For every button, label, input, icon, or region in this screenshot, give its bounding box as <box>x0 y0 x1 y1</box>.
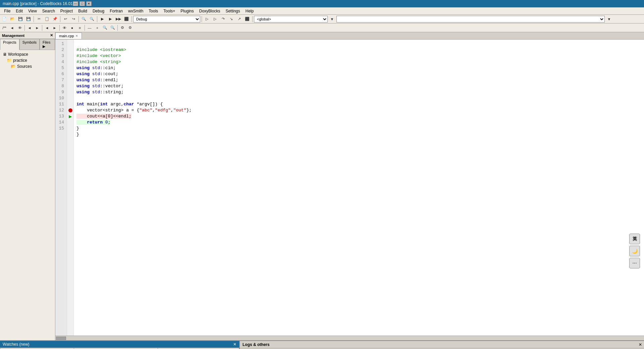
global-search-button[interactable]: ▼ <box>328 15 336 23</box>
bookmark-prev-btn[interactable]: ◄ <box>26 24 33 32</box>
watches-title-bar: Watches (new) ✕ <box>0 341 239 348</box>
sep-7 <box>252 16 253 22</box>
sep-6 <box>202 16 202 22</box>
global-dropdown[interactable]: <global> <box>254 16 328 22</box>
minimize-button[interactable]: — <box>73 1 78 6</box>
sep-12 <box>117 25 118 31</box>
menu-doxyblocks[interactable]: DoxyBlocks <box>197 8 223 14</box>
save-button[interactable]: 💾 <box>17 15 24 23</box>
menu-fortran[interactable]: Fortran <box>107 8 125 14</box>
sep-2 <box>60 16 60 22</box>
debug-target-dropdown[interactable]: Debug <box>133 16 200 22</box>
breakpoints-btn[interactable]: ● <box>68 24 76 32</box>
zoom-minus-btn[interactable]: — <box>86 24 93 32</box>
menu-debug[interactable]: Debug <box>90 8 107 14</box>
menu-tools[interactable]: Tools <box>146 8 161 14</box>
debug-step-button[interactable]: ↘ <box>227 15 235 23</box>
find-button[interactable]: 🔍 <box>80 15 88 23</box>
build-button[interactable]: ▶ <box>99 15 106 23</box>
panel-close-button[interactable]: ✕ <box>50 33 53 38</box>
view-btn[interactable]: 👁 <box>16 24 23 32</box>
col-value-header: Value <box>74 348 158 349</box>
run-script-btn[interactable]: ⚙ <box>119 24 126 32</box>
replace-button[interactable]: 🔍 <box>88 15 96 23</box>
copy-button[interactable]: 📋 <box>43 15 51 23</box>
window-controls: — □ ✕ <box>73 1 92 6</box>
tab-symbols[interactable]: Symbols <box>19 39 40 50</box>
debug-stop-button[interactable]: ⬛ <box>244 15 251 23</box>
menu-build[interactable]: Build <box>75 8 90 14</box>
workspace-icon: 🖥 <box>3 52 7 57</box>
watches-close-button[interactable]: ✕ <box>233 342 236 347</box>
workspace-label: Workspace <box>8 52 28 57</box>
tree-practice[interactable]: 📁 practice <box>1 57 54 63</box>
menu-settings[interactable]: Settings <box>223 8 243 14</box>
toolbar-1: 📄 📂 💾 💾 ✂ 📋 📌 ↩ ↪ 🔍 🔍 ▶ ▶ ▶▶ ⬛ Debug ▷ ▷… <box>0 15 644 23</box>
breakpoint-marker <box>67 107 73 113</box>
doc-btn[interactable]: /** <box>1 24 8 32</box>
menu-view[interactable]: View <box>25 8 40 14</box>
debug-step-out-button[interactable]: ↗ <box>235 15 243 23</box>
code-editor: 12345 678910 1112131415 ▶ <box>55 40 644 336</box>
cut-button[interactable]: ✂ <box>35 15 43 23</box>
close-button[interactable]: ✕ <box>86 1 92 6</box>
menu-toolsplus[interactable]: Tools+ <box>161 8 178 14</box>
stop-build-button[interactable]: ⬛ <box>123 15 130 23</box>
settings-btn[interactable]: ⚙ <box>126 24 134 32</box>
debug-start-button[interactable]: ▷ <box>203 15 211 23</box>
paste-button[interactable]: 📌 <box>51 15 59 23</box>
menu-plugins[interactable]: Plugins <box>178 8 196 14</box>
jump-back-btn[interactable]: ◄ <box>43 24 51 32</box>
tab-projects[interactable]: Projects <box>0 39 19 50</box>
callstack-btn[interactable]: ≡ <box>76 24 84 32</box>
logs-panel: Logs & others ✕ Cccc ✕ 🔨 Build log ✕ 🔨 B… <box>240 341 644 349</box>
chinese-icon[interactable]: 英 <box>629 234 640 244</box>
editor-tab-close[interactable]: ✕ <box>75 34 78 38</box>
project-label: practice <box>13 58 27 63</box>
tree-sources[interactable]: 📂 Sources <box>1 63 54 69</box>
undo-button[interactable]: ↩ <box>62 15 69 23</box>
left-panel: Management ✕ Projects Symbols Files ▶ 🖥 … <box>0 32 55 340</box>
tree-workspace[interactable]: 🖥 Workspace <box>1 51 54 57</box>
sep-11 <box>85 25 85 31</box>
sep-1 <box>34 16 34 22</box>
bookmark-next-btn[interactable]: ► <box>34 24 41 32</box>
bottom-section: Watches (new) ✕ Name Value ⊟ Function <box>0 340 644 349</box>
menu-help[interactable]: Help <box>243 8 257 14</box>
redo-button[interactable]: ↪ <box>70 15 77 23</box>
jump-forward-btn[interactable]: ► <box>51 24 58 32</box>
search-tb-btn[interactable]: 🔍 <box>101 24 109 32</box>
menu-project[interactable]: Project <box>58 8 75 14</box>
scope-go-button[interactable]: ▼ <box>605 15 613 23</box>
code-content[interactable]: #include <iostream> #include <vector> #i… <box>74 40 644 336</box>
menu-edit[interactable]: Edit <box>13 8 25 14</box>
doc-end-btn[interactable]: ◄ <box>8 24 16 32</box>
menu-file[interactable]: File <box>1 8 13 14</box>
build-run-button[interactable]: ▶▶ <box>115 15 122 23</box>
tab-files[interactable]: Files ▶ <box>40 39 55 50</box>
theme-icon[interactable]: 🌙 <box>629 246 640 256</box>
editor-tab-label: main.cpp <box>59 34 74 38</box>
logs-close-button[interactable]: ✕ <box>639 342 644 347</box>
folder-icon: 📂 <box>11 64 16 69</box>
watch-btn[interactable]: 👁 <box>61 24 68 32</box>
current-line-arrow: ▶ <box>67 113 73 119</box>
open-file-button[interactable]: 📂 <box>9 15 16 23</box>
debug-next-button[interactable]: ↷ <box>219 15 227 23</box>
scope-dropdown[interactable] <box>336 16 605 22</box>
menu-wxsmith[interactable]: wxSmith <box>125 8 146 14</box>
new-file-button[interactable]: 📄 <box>1 15 8 23</box>
zoom-plus-btn[interactable]: + <box>94 24 101 32</box>
sep-4 <box>97 16 97 22</box>
save-all-button[interactable]: 💾 <box>25 15 32 23</box>
panel-header-label: Management <box>2 34 24 38</box>
debug-continue-button[interactable]: ▷ <box>211 15 219 23</box>
horizontal-scrollbar[interactable] <box>55 336 644 340</box>
editor-tab-main-cpp[interactable]: main.cpp ✕ <box>55 33 82 39</box>
menu-search[interactable]: Search <box>40 8 58 14</box>
run-button[interactable]: ▶ <box>107 15 114 23</box>
restore-button[interactable]: □ <box>79 1 85 6</box>
menu-bar: File Edit View Search Project Build Debu… <box>0 7 644 15</box>
more-icon[interactable]: ··· <box>629 258 640 268</box>
search-tb-btn2[interactable]: 🔍 <box>109 24 116 32</box>
